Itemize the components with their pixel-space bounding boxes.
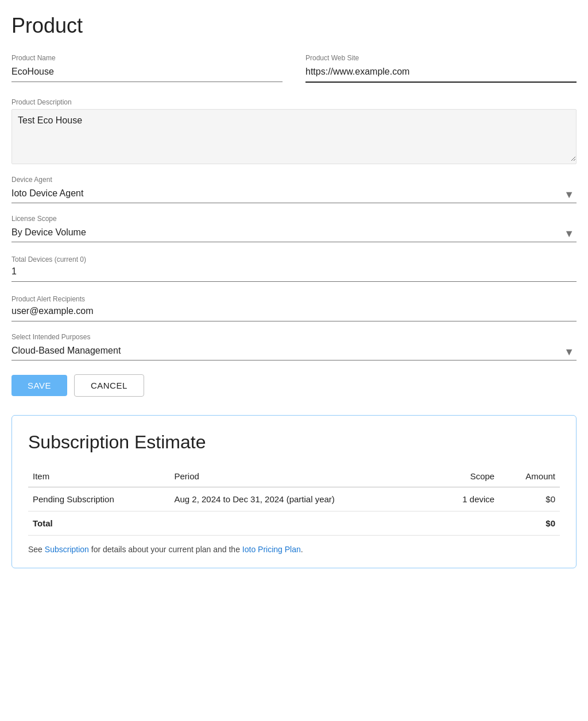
col-header-period: Period bbox=[169, 467, 434, 487]
footer-text-after: . bbox=[301, 545, 303, 554]
subscription-link[interactable]: Subscription bbox=[45, 545, 89, 554]
product-description-textarea[interactable]: Test Eco House bbox=[12, 110, 576, 161]
device-agent-select[interactable]: Ioto Device Agent bbox=[11, 186, 577, 203]
total-row: Total $0 bbox=[28, 511, 560, 536]
col-header-item: Item bbox=[28, 467, 169, 487]
total-devices-label: Total Devices (current 0) bbox=[11, 255, 86, 263]
license-scope-select[interactable]: By Device Volume bbox=[11, 225, 577, 242]
total-label: Total bbox=[28, 511, 169, 536]
product-website-label: Product Web Site bbox=[305, 54, 577, 62]
product-name-label: Product Name bbox=[11, 54, 283, 62]
row-item: Pending Subscription bbox=[28, 487, 169, 511]
row-period: Aug 2, 2024 to Dec 31, 2024 (partial yea… bbox=[169, 487, 434, 511]
footer-text-between: for details about your current plan and … bbox=[89, 545, 242, 554]
intended-purposes-label: Select Intended Purposes bbox=[11, 333, 577, 341]
total-amount: $0 bbox=[499, 511, 560, 536]
subscription-title: Subscription Estimate bbox=[28, 432, 560, 453]
save-button[interactable]: SAVE bbox=[11, 375, 67, 396]
total-devices-input[interactable] bbox=[11, 264, 577, 282]
col-header-scope: Scope bbox=[435, 467, 499, 487]
footer-note: See Subscription for details about your … bbox=[28, 545, 560, 554]
product-alert-recipients-input[interactable] bbox=[11, 304, 577, 321]
ioto-pricing-plan-link[interactable]: Ioto Pricing Plan bbox=[242, 545, 301, 554]
product-name-input[interactable] bbox=[11, 64, 283, 82]
footer-text-before-link1: See bbox=[28, 545, 45, 554]
device-agent-label: Device Agent bbox=[11, 176, 577, 184]
total-empty-period bbox=[169, 511, 434, 536]
license-scope-label: License Scope bbox=[11, 215, 577, 223]
table-row: Pending Subscription Aug 2, 2024 to Dec … bbox=[28, 487, 560, 511]
page-title: Product bbox=[11, 14, 577, 38]
product-alert-recipients-label: Product Alert Recipients bbox=[11, 295, 85, 303]
product-description-label: Product Description bbox=[11, 98, 72, 106]
col-header-amount: Amount bbox=[499, 467, 560, 487]
cancel-button[interactable]: CANCEL bbox=[74, 374, 144, 397]
total-empty-scope bbox=[435, 511, 499, 536]
intended-purposes-select[interactable]: Cloud-Based Management bbox=[11, 343, 577, 360]
row-amount: $0 bbox=[499, 487, 560, 511]
row-scope: 1 device bbox=[435, 487, 499, 511]
subscription-table: Item Period Scope Amount Pending Subscri… bbox=[28, 467, 560, 536]
product-website-input[interactable] bbox=[305, 64, 577, 83]
subscription-estimate-card: Subscription Estimate Item Period Scope … bbox=[11, 415, 577, 568]
